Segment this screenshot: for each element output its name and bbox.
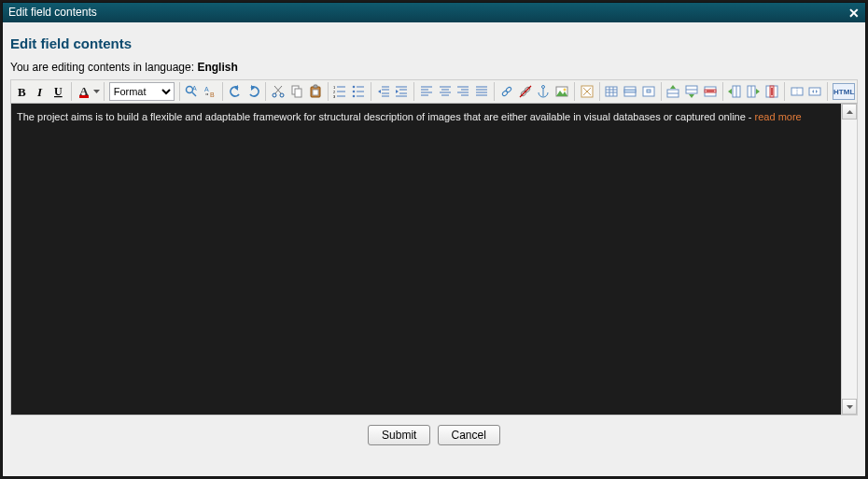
col-insert-before-button[interactable] (726, 81, 745, 102)
toolbar-separator (71, 82, 72, 101)
svg-marker-83 (689, 94, 694, 98)
svg-text:B: B (210, 92, 215, 98)
dialog-content: Edit field contents You are editing cont… (3, 22, 865, 451)
unlink-button[interactable] (516, 81, 535, 102)
anchor-button[interactable] (534, 81, 553, 102)
outdent-button[interactable] (374, 81, 393, 102)
svg-point-58 (501, 91, 508, 97)
split-cells-button[interactable] (788, 81, 806, 102)
find-button[interactable]: A (183, 81, 202, 102)
svg-line-62 (520, 86, 531, 97)
svg-text:I: I (36, 85, 43, 99)
redo-button[interactable] (245, 81, 263, 102)
editor-text: The project aims is to build a flexible … (17, 111, 755, 122)
toolbar-separator (222, 82, 223, 101)
svg-text:A: A (204, 86, 209, 92)
language-prefix: You are editing contents in language: (10, 61, 197, 74)
row-delete-button[interactable] (701, 81, 720, 102)
scroll-up-icon[interactable] (842, 104, 857, 120)
merge-cells-button[interactable] (805, 81, 824, 102)
svg-rect-19 (313, 90, 318, 95)
table-button[interactable] (602, 81, 621, 102)
cancel-button[interactable]: Cancel (438, 425, 500, 445)
svg-marker-102 (847, 405, 853, 409)
bold-button[interactable]: B (13, 81, 32, 102)
html-source-button[interactable]: HTML (833, 83, 855, 100)
paste-button[interactable] (306, 81, 325, 102)
replace-button[interactable]: AB (201, 81, 219, 102)
dialog-title: Edit field contents (8, 3, 97, 22)
text-color-swatch (79, 95, 89, 98)
remove-format-button[interactable] (578, 81, 596, 102)
language-value: English (197, 61, 237, 74)
svg-rect-18 (314, 85, 317, 88)
svg-line-5 (192, 92, 196, 96)
svg-rect-16 (295, 89, 301, 97)
link-button[interactable] (497, 81, 516, 102)
submit-button[interactable]: Submit (368, 425, 430, 445)
toolbar-separator (661, 82, 662, 101)
svg-text:3: 3 (333, 94, 336, 99)
toolbar-separator (104, 82, 105, 101)
table-cell-props-button[interactable] (639, 81, 658, 102)
align-justify-button[interactable] (472, 81, 491, 102)
dialog-footer: Submit Cancel (10, 416, 858, 445)
text-color-button[interactable]: A (75, 81, 93, 102)
scroll-down-icon[interactable] (842, 399, 857, 415)
toolbar-separator (265, 82, 266, 101)
italic-button[interactable]: I (32, 81, 50, 102)
image-button[interactable] (553, 81, 571, 102)
titlebar: Edit field contents ✕ (3, 3, 865, 22)
svg-text:B: B (18, 85, 26, 99)
svg-line-14 (274, 86, 281, 93)
toolbar-separator (179, 82, 180, 101)
svg-rect-69 (606, 87, 617, 96)
table-row-props-button[interactable] (621, 81, 639, 102)
toolbar-separator (722, 82, 723, 101)
bullet-list-button[interactable] (349, 81, 368, 102)
svg-rect-75 (624, 90, 636, 92)
toolbar-separator (328, 82, 329, 101)
svg-marker-89 (728, 89, 732, 94)
editor-toolbar: B I U A FormatParagraphHeading 1Heading … (10, 79, 858, 104)
row-insert-after-button[interactable] (682, 81, 701, 102)
svg-marker-101 (847, 110, 853, 114)
underline-button[interactable]: U (49, 81, 68, 102)
editor-area-wrap: The project aims is to build a flexible … (10, 104, 858, 416)
language-line: You are editing contents in language: En… (10, 61, 858, 74)
numbered-list-button[interactable]: 123 (330, 81, 349, 102)
align-center-button[interactable] (436, 81, 455, 102)
toolbar-separator (599, 82, 600, 101)
col-delete-button[interactable] (763, 81, 781, 102)
svg-point-63 (542, 86, 545, 89)
copy-button[interactable] (287, 81, 306, 102)
svg-point-28 (353, 95, 356, 98)
svg-rect-77 (647, 90, 651, 92)
svg-point-11 (273, 93, 276, 97)
toolbar-separator (574, 82, 575, 101)
svg-marker-10 (251, 85, 255, 91)
close-icon[interactable]: ✕ (848, 7, 860, 20)
scroll-track[interactable] (842, 120, 857, 399)
text-color-dropdown[interactable] (93, 81, 101, 102)
format-select[interactable]: FormatParagraphHeading 1Heading 2Heading… (109, 82, 175, 101)
toolbar-separator (413, 82, 414, 101)
align-left-button[interactable] (417, 81, 436, 102)
editor-scrollbar[interactable] (841, 104, 857, 415)
toolbar-separator (784, 82, 785, 101)
page-title: Edit field contents (10, 35, 858, 51)
indent-button[interactable] (393, 81, 412, 102)
cut-button[interactable] (269, 81, 287, 102)
row-insert-before-button[interactable] (665, 81, 683, 102)
toolbar-separator (827, 82, 828, 101)
svg-marker-9 (234, 85, 238, 91)
svg-text:A: A (192, 85, 197, 92)
undo-button[interactable] (226, 81, 245, 102)
align-right-button[interactable] (455, 81, 473, 102)
editor-content[interactable]: The project aims is to build a flexible … (11, 104, 841, 415)
svg-marker-80 (670, 85, 676, 89)
read-more-link[interactable]: read more (755, 111, 802, 122)
col-insert-after-button[interactable] (744, 81, 763, 102)
svg-text:U: U (54, 85, 63, 98)
svg-point-26 (353, 86, 356, 89)
